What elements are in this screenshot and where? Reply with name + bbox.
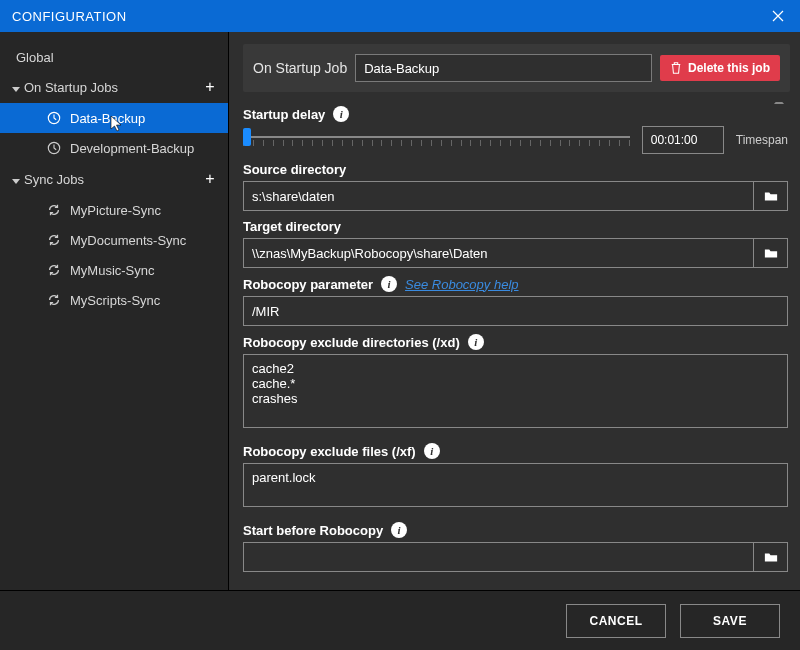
browse-source-button[interactable] bbox=[754, 181, 788, 211]
target-directory-input[interactable] bbox=[243, 238, 754, 268]
save-button[interactable]: SAVE bbox=[680, 604, 780, 638]
sidebar-item-myscripts-sync[interactable]: MyScripts-Sync bbox=[0, 285, 228, 315]
browse-start-before-button[interactable] bbox=[754, 542, 788, 572]
exclude-files-input[interactable] bbox=[243, 463, 788, 507]
sidebar: Global On Startup Jobs + Data-Backup Dev… bbox=[0, 32, 228, 590]
timespan-label: Timespan bbox=[736, 133, 788, 147]
sidebar-item-mydocuments-sync[interactable]: MyDocuments-Sync bbox=[0, 225, 228, 255]
sidebar-group-label: Sync Jobs bbox=[24, 172, 200, 187]
job-name-input[interactable] bbox=[355, 54, 652, 82]
slider-thumb[interactable] bbox=[243, 128, 251, 146]
job-header: On Startup Job Delete this job bbox=[243, 44, 790, 92]
sidebar-item-label: MyMusic-Sync bbox=[70, 263, 155, 278]
titlebar: CONFIGURATION bbox=[0, 0, 800, 32]
add-startup-job-button[interactable]: + bbox=[200, 77, 220, 97]
robocopy-help-link[interactable]: See Robocopy help bbox=[405, 277, 518, 292]
content-panel: On Startup Job Delete this job Startup d… bbox=[229, 32, 800, 590]
clock-icon bbox=[46, 140, 62, 156]
start-before-input[interactable] bbox=[243, 542, 754, 572]
info-icon[interactable]: i bbox=[468, 334, 484, 350]
sync-icon bbox=[46, 262, 62, 278]
add-sync-job-button[interactable]: + bbox=[200, 169, 220, 189]
sidebar-group-startup-jobs[interactable]: On Startup Jobs + bbox=[0, 71, 228, 103]
sidebar-item-mymusic-sync[interactable]: MyMusic-Sync bbox=[0, 255, 228, 285]
cancel-button[interactable]: CANCEL bbox=[566, 604, 666, 638]
folder-icon bbox=[764, 247, 778, 259]
cursor-icon bbox=[110, 115, 124, 133]
delete-job-label: Delete this job bbox=[688, 61, 770, 75]
sidebar-group-label: On Startup Jobs bbox=[24, 80, 200, 95]
startup-delay-label: Startup delay i bbox=[243, 106, 788, 122]
info-icon[interactable]: i bbox=[391, 522, 407, 538]
source-directory-input[interactable] bbox=[243, 181, 754, 211]
info-icon[interactable]: i bbox=[381, 276, 397, 292]
exclude-directories-label: Robocopy exclude directories (/xd) i bbox=[243, 334, 788, 350]
trash-icon bbox=[670, 62, 682, 74]
sync-icon bbox=[46, 202, 62, 218]
close-button[interactable] bbox=[756, 0, 800, 32]
footer: CANCEL SAVE bbox=[0, 590, 800, 650]
form-area: Startup delay i Timespan Source director… bbox=[243, 102, 790, 578]
sidebar-item-mypicture-sync[interactable]: MyPicture-Sync bbox=[0, 195, 228, 225]
folder-icon bbox=[764, 551, 778, 563]
robocopy-parameter-input[interactable] bbox=[243, 296, 788, 326]
sidebar-item-label: MyDocuments-Sync bbox=[70, 233, 186, 248]
sync-icon bbox=[46, 232, 62, 248]
sidebar-item-label: Data-Backup bbox=[70, 111, 145, 126]
source-directory-label: Source directory bbox=[243, 162, 788, 177]
target-directory-label: Target directory bbox=[243, 219, 788, 234]
info-icon[interactable]: i bbox=[333, 106, 349, 122]
sidebar-root-global[interactable]: Global bbox=[0, 44, 228, 71]
startup-delay-slider[interactable] bbox=[243, 128, 630, 152]
folder-icon bbox=[764, 190, 778, 202]
sidebar-item-label: MyScripts-Sync bbox=[70, 293, 160, 308]
chevron-down-icon bbox=[12, 172, 24, 187]
delete-job-button[interactable]: Delete this job bbox=[660, 55, 780, 81]
chevron-down-icon bbox=[12, 80, 24, 95]
close-icon bbox=[772, 10, 784, 22]
robocopy-parameter-label: Robocopy parameter i See Robocopy help bbox=[243, 276, 788, 292]
info-icon[interactable]: i bbox=[424, 443, 440, 459]
start-before-label: Start before Robocopy i bbox=[243, 522, 788, 538]
sync-icon bbox=[46, 292, 62, 308]
timespan-input[interactable] bbox=[642, 126, 724, 154]
exclude-files-label: Robocopy exclude files (/xf) i bbox=[243, 443, 788, 459]
job-type-label: On Startup Job bbox=[253, 60, 347, 76]
collapse-section-icon[interactable] bbox=[774, 102, 784, 104]
sidebar-item-label: Development-Backup bbox=[70, 141, 194, 156]
exclude-directories-input[interactable] bbox=[243, 354, 788, 428]
sidebar-item-development-backup[interactable]: Development-Backup bbox=[0, 133, 228, 163]
clock-icon bbox=[46, 110, 62, 126]
window-title: CONFIGURATION bbox=[12, 9, 756, 24]
sidebar-group-sync-jobs[interactable]: Sync Jobs + bbox=[0, 163, 228, 195]
browse-target-button[interactable] bbox=[754, 238, 788, 268]
sidebar-item-label: MyPicture-Sync bbox=[70, 203, 161, 218]
sidebar-item-data-backup[interactable]: Data-Backup bbox=[0, 103, 228, 133]
